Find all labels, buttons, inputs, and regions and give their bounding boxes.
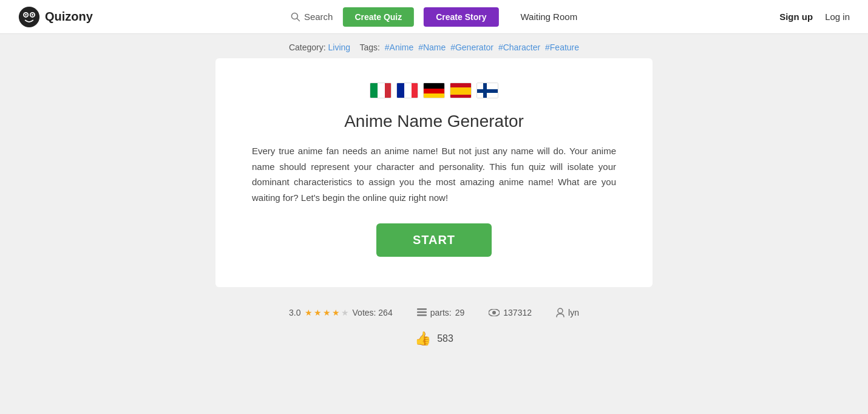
svg-rect-12 [397, 83, 404, 98]
logo-text: Quizony [45, 10, 93, 24]
svg-rect-11 [385, 83, 392, 98]
author-icon [556, 308, 565, 317]
category-bar: Category: Living Tags: #Anime #Name #Gen… [0, 34, 868, 58]
flag-france [396, 83, 418, 98]
star-3: ★ [323, 308, 331, 317]
svg-point-6 [32, 14, 33, 16]
svg-rect-25 [417, 311, 427, 313]
svg-line-8 [297, 18, 299, 21]
tag-anime[interactable]: #Anime [385, 42, 413, 52]
svg-point-28 [492, 311, 496, 314]
create-story-button[interactable]: Create Story [424, 7, 498, 27]
quiz-title: Anime Name Generator [252, 112, 616, 131]
votes-label: Votes: 264 [353, 308, 393, 317]
svg-rect-16 [424, 89, 445, 93]
star-1: ★ [305, 308, 313, 317]
svg-point-5 [25, 14, 27, 16]
svg-point-29 [558, 308, 563, 313]
flag-italy [370, 83, 392, 98]
svg-rect-23 [483, 83, 487, 98]
search-label: Search [304, 12, 333, 22]
svg-rect-9 [370, 83, 378, 98]
flag-finland [476, 83, 498, 98]
svg-rect-18 [450, 83, 472, 87]
rating-stat: 3.0 ★ ★ ★ ★ ★ Votes: 264 [289, 308, 393, 317]
category-link[interactable]: Living [328, 42, 351, 52]
author-stat: lyn [556, 308, 579, 317]
views-count: 137312 [503, 308, 532, 317]
waiting-room-link[interactable]: Waiting Room [520, 12, 577, 22]
parts-stat: parts: 29 [417, 308, 465, 317]
tag-character[interactable]: #Character [498, 42, 540, 52]
parts-count: 29 [455, 308, 465, 317]
svg-rect-19 [450, 87, 472, 95]
star-2: ★ [314, 308, 322, 317]
stats-bar: 3.0 ★ ★ ★ ★ ★ Votes: 264 parts: 29 13731… [0, 299, 868, 324]
category-prefix: Category: [289, 42, 326, 52]
create-quiz-button[interactable]: Create Quiz [342, 7, 414, 27]
navbar: Quizony Search Create Quiz Create Story … [0, 0, 868, 34]
svg-rect-22 [477, 89, 498, 93]
tag-generator[interactable]: #Generator [450, 42, 493, 52]
svg-rect-14 [412, 83, 418, 98]
tag-name[interactable]: #Name [418, 42, 446, 52]
parts-label: parts: [430, 308, 452, 317]
search-icon [291, 12, 300, 22]
tags-prefix: Tags: [359, 42, 379, 52]
svg-rect-26 [417, 314, 427, 316]
quiz-description: Every true anime fan needs an anime name… [252, 143, 616, 205]
thumbs-up-icon[interactable]: 👍 [415, 331, 431, 347]
views-icon [489, 309, 500, 316]
logo-link[interactable]: Quizony [18, 6, 93, 28]
flag-germany [423, 83, 445, 98]
rating-value: 3.0 [289, 308, 300, 317]
star-5: ★ [341, 308, 349, 317]
svg-rect-17 [424, 93, 445, 98]
flags-row [252, 83, 616, 98]
main-container: Anime Name Generator Every true anime fa… [0, 58, 868, 299]
parts-icon [417, 308, 427, 317]
svg-rect-24 [417, 308, 427, 310]
nav-right: Sign up Log in [779, 12, 850, 22]
signup-button[interactable]: Sign up [779, 12, 813, 22]
stars-row: ★ ★ ★ ★ ★ [305, 308, 349, 317]
svg-rect-20 [450, 95, 472, 98]
nav-center: Search Create Quiz Create Story Waiting … [291, 7, 577, 27]
search-area[interactable]: Search [291, 12, 333, 22]
likes-count: 583 [437, 333, 453, 344]
likes-bar: 👍 583 [0, 324, 868, 356]
tag-feature[interactable]: #Feature [545, 42, 579, 52]
quiz-card: Anime Name Generator Every true anime fa… [215, 58, 653, 287]
logo-icon [18, 6, 40, 28]
svg-point-0 [19, 6, 39, 27]
login-button[interactable]: Log in [825, 12, 850, 22]
start-button[interactable]: START [376, 223, 492, 257]
svg-rect-13 [404, 83, 412, 98]
flag-spain [450, 83, 472, 98]
views-stat: 137312 [489, 308, 532, 317]
svg-rect-10 [378, 83, 385, 98]
svg-rect-15 [424, 83, 445, 89]
author-name: lyn [568, 308, 579, 317]
star-4: ★ [332, 308, 340, 317]
